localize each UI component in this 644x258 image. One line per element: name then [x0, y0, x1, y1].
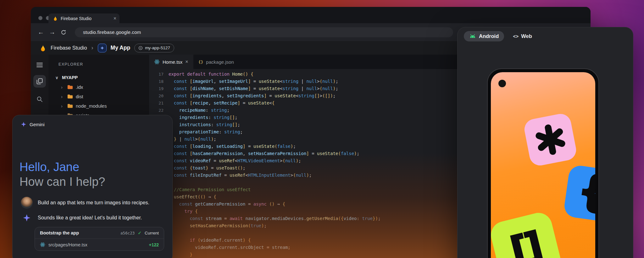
line-number: 22 — [149, 107, 164, 114]
message-text: Build an app that lets me turn images in… — [38, 200, 149, 206]
message-text: Sounds like a great idea! Let's build it… — [38, 215, 142, 221]
folder-icon — [67, 94, 73, 99]
gemini-title: Gemini — [30, 122, 45, 127]
tab-label: Web — [521, 33, 532, 39]
braces-icon: {} — [198, 60, 203, 64]
code-text: recipeName: string; — [164, 107, 230, 114]
code-text: const [ingredients, setIngredients] = us… — [164, 92, 336, 99]
line-number: 17 — [149, 71, 164, 78]
user-message: Build an app that lets me turn images in… — [21, 197, 164, 209]
code-text: instructions: string[]; — [164, 121, 240, 128]
tab-home-tsx[interactable]: Home.tsx × — [149, 55, 193, 69]
phone-screen: { [] — [491, 72, 595, 258]
browser-tab[interactable]: Firebase Studio × — [48, 13, 119, 23]
app-prototype-icon — [98, 44, 107, 52]
back-icon[interactable]: ← — [35, 29, 47, 36]
address-bar[interactable]: studio.firebase.google.com — [75, 27, 453, 37]
tree-item-dist[interactable]: ›dist — [48, 92, 149, 101]
shape-brackets-tile: [] — [491, 210, 564, 258]
browser-tab-title: Firebase Studio — [61, 16, 111, 21]
search-view-button[interactable] — [33, 93, 46, 105]
tab-android[interactable]: Android — [464, 31, 504, 41]
check-icon: ✓ — [138, 230, 142, 235]
tab-close-icon[interactable]: × — [114, 16, 116, 21]
line-number: 21 — [149, 99, 164, 107]
menu-button[interactable] — [33, 59, 46, 71]
gemini-message: Sounds like a great idea! Let's build it… — [21, 214, 164, 222]
chevron-right-icon: › — [61, 94, 64, 99]
code-text: const [loading, setLoading] = useState(f… — [164, 143, 296, 150]
forward-icon[interactable]: → — [47, 29, 58, 36]
code-text: const stream = await navigator.mediaDevi… — [164, 215, 380, 222]
line-number: 19 — [149, 85, 164, 92]
code-text: const getCameraPermission = async () ⇒ { — [164, 201, 285, 208]
window-close-button[interactable] — [38, 16, 42, 20]
tab-close-icon[interactable]: × — [185, 59, 188, 64]
code-text: preparationTime: string; — [164, 128, 243, 136]
tree-item-label: .idx — [76, 84, 83, 90]
brand-title: Firebase Studio — [51, 45, 87, 51]
explorer-tree-items: ›.idx›dist›node_modules›scripts — [48, 82, 149, 120]
tab-label: Android — [479, 33, 499, 39]
tab-label: package.json — [206, 59, 234, 65]
phone-camera-dot — [498, 80, 506, 87]
tree-item-node-modules[interactable]: ›node_modules — [48, 101, 149, 110]
folder-icon — [67, 85, 73, 89]
code-icon: <> — [513, 34, 519, 39]
tree-item-label: node_modules — [76, 103, 107, 109]
browser-tab-strip: Firebase Studio × — [31, 7, 591, 23]
tree-item-label: dist — [76, 94, 83, 99]
app-id-badge[interactable]: my-app-5127 — [134, 44, 174, 52]
code-text: const videoRef = useRef<HTMLVideoElement… — [164, 157, 301, 164]
chevron-down-icon: ∨ — [55, 75, 59, 80]
gemini-sparkle-icon — [21, 214, 33, 222]
chevron-right-icon: › — [61, 103, 64, 109]
tree-root-label: MYAPP — [62, 75, 78, 80]
react-icon — [154, 59, 160, 65]
changed-file-row[interactable]: src/pages/Home.tsx +122 — [35, 239, 164, 250]
status-badge: Current — [145, 231, 159, 235]
hamburger-icon — [36, 62, 43, 67]
greeting-question: How can I help? — [19, 175, 172, 189]
android-icon — [469, 34, 476, 39]
code-text: videoRef.current.srcObject = stream; — [164, 244, 291, 251]
explorer-title: EXPLORER — [48, 62, 149, 67]
code-text: const {toast} = useToast(); — [164, 164, 246, 172]
code-text: const [hasCameraPermission, setHasCamera… — [164, 150, 359, 157]
file-path: src/pages/Home.tsx — [48, 242, 146, 247]
greeting-name: Hello, Jane — [19, 160, 172, 175]
gemini-panel: Gemini Hello, Jane How can I help? Build… — [12, 115, 173, 258]
code-text: //Camera Permission useEffect — [164, 186, 251, 193]
file-tree: ∨ MYAPP ›.idx›dist›node_modules›scripts — [48, 73, 149, 120]
task-card[interactable]: Bootstrap the app a56c23 ✓ Current src/p… — [35, 227, 164, 251]
reload-icon[interactable] — [58, 30, 69, 35]
shape-asterisk-tile — [523, 112, 578, 167]
app-name[interactable]: My App — [111, 45, 130, 51]
brackets-icon: [] — [508, 228, 544, 258]
gemini-header: Gemini — [13, 115, 172, 127]
code-text: ingredients: string[]; — [164, 114, 237, 121]
tab-label: Home.tsx — [163, 59, 182, 65]
phone-mockup: { [] — [487, 68, 599, 258]
folder-icon — [67, 104, 73, 108]
breadcrumb-separator: › — [92, 45, 93, 51]
tab-web[interactable]: <> Web — [513, 33, 532, 39]
firebase-favicon-icon — [53, 16, 58, 21]
commit-hash: a56c23 — [120, 231, 135, 235]
device-preview-panel: Android <> Web { [] — [457, 27, 633, 258]
task-card-header[interactable]: Bootstrap the app a56c23 ✓ Current — [35, 227, 164, 239]
diff-count: +122 — [149, 242, 159, 247]
tree-root-myapp[interactable]: ∨ MYAPP — [48, 73, 149, 82]
tree-item--idx[interactable]: ›.idx — [48, 82, 149, 92]
shape-brace-tile: { — [563, 164, 595, 223]
code-text: const [recipe, setRecipe] = useState<{ — [164, 99, 275, 107]
gemini-greeting: Hello, Jane How can I help? — [19, 160, 172, 189]
react-icon — [40, 242, 45, 247]
explorer-view-button[interactable] — [33, 75, 46, 88]
url-text: studio.firebase.google.com — [83, 30, 141, 35]
tab-package-json[interactable]: {} package.json — [193, 55, 239, 69]
chat-messages: Build an app that lets me turn images in… — [13, 197, 172, 222]
line-number: 18 — [149, 78, 164, 85]
preview-tabs: Android <> Web — [458, 27, 633, 41]
code-text: const [imageUrl, setImageUrl] = useState… — [164, 78, 338, 85]
